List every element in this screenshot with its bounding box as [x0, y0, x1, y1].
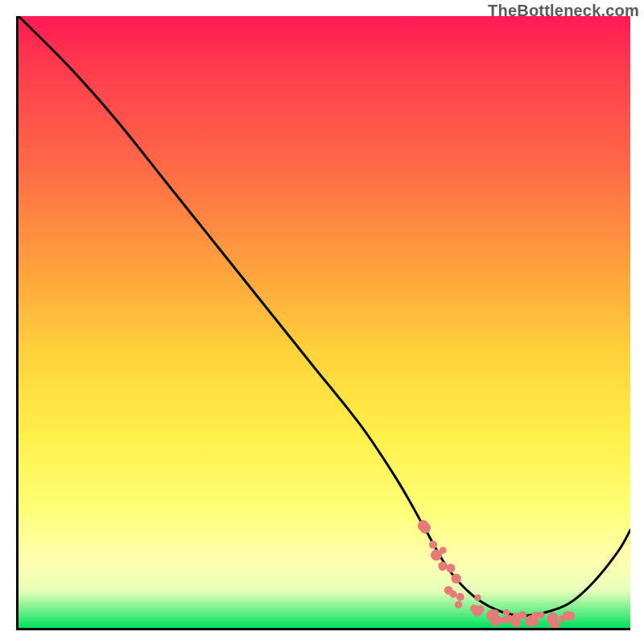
chart-container: TheBottleneck.com: [0, 0, 644, 644]
gradient-background: [19, 16, 630, 628]
plot-area: [16, 16, 630, 630]
